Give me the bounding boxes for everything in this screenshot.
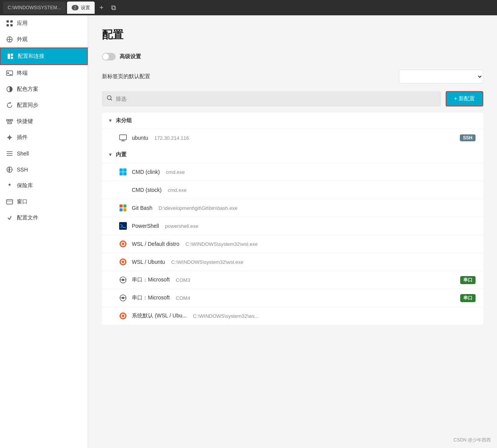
- profile-name-gitbash: Git Bash: [132, 205, 153, 211]
- shortcut-icon: [6, 118, 13, 125]
- profile-row-gitbash[interactable]: Git Bash D:\development\git\Git\bin\bash…: [102, 199, 483, 217]
- profile-path-cmd-stock: cmd.exe: [168, 187, 187, 193]
- profile-row-ubuntu[interactable]: ubuntu 172.30.214.116 SSH: [102, 129, 483, 147]
- svg-rect-22: [123, 172, 127, 176]
- svg-rect-3: [10, 24, 13, 26]
- watermark: CSDN @少年西西: [453, 437, 491, 443]
- tab-1[interactable]: C:\WINDOWS\SYSTEM...: [3, 2, 66, 14]
- content-area: 配置 高级设置 新标签页的默认配置 + 新配置: [88, 15, 497, 448]
- sidebar-item-window[interactable]: 窗口: [0, 194, 88, 210]
- profile-name-serial-com4: 串口：Microsoft: [132, 294, 170, 301]
- main-layout: 应用 外观 配置和连接 终端 配色方案: [0, 15, 497, 448]
- serial-icon-com4: [119, 294, 127, 302]
- svg-rect-7: [11, 57, 13, 59]
- profile-name-cmd-clink: CMD (clink): [132, 169, 160, 175]
- svg-rect-1: [10, 20, 13, 23]
- sidebar-item-config-sync-label: 配置同步: [17, 102, 38, 109]
- new-config-button[interactable]: + 新配置: [446, 91, 483, 106]
- group-header-ungrouped[interactable]: ▼ 未分组: [102, 113, 483, 129]
- profile-row-wsl-default[interactable]: WSL / Default distro C:\WINDOWS\system32…: [102, 235, 483, 253]
- sidebar-item-apps-label: 应用: [17, 20, 28, 27]
- svg-point-37: [122, 315, 124, 317]
- badge-ssh-ubuntu: SSH: [460, 134, 476, 141]
- profile-path-powershell: powershell.exe: [165, 223, 198, 229]
- sidebar-item-terminal[interactable]: 终端: [0, 65, 88, 81]
- svg-rect-11: [9, 119, 10, 121]
- profile-list: ▼ 未分组 ubuntu 172.30.214.116 SSH ▼ 内置: [102, 113, 483, 325]
- chevron-down-icon-builtin: ▼: [108, 152, 113, 157]
- gitbash-icon: [119, 204, 127, 212]
- svg-rect-16: [7, 199, 13, 204]
- sidebar-item-plugins-label: 插件: [17, 134, 28, 141]
- search-input[interactable]: [116, 96, 436, 102]
- sidebar-item-shell[interactable]: Shell: [0, 146, 88, 162]
- search-box: [102, 91, 441, 106]
- copy-tab-button[interactable]: ⧉: [108, 2, 119, 13]
- sidebar-item-window-label: 窗口: [17, 198, 28, 205]
- sidebar-item-vault[interactable]: 保险库: [0, 178, 88, 194]
- sidebar: 应用 外观 配置和连接 终端 配色方案: [0, 15, 88, 448]
- tab-bar: C:\WINDOWS\SYSTEM... 2 设置 + ⧉: [0, 0, 497, 15]
- tab-1-label: C:\WINDOWS\SYSTEM...: [8, 5, 61, 10]
- svg-rect-12: [11, 119, 13, 121]
- sync-icon: [6, 102, 13, 109]
- powershell-icon: [119, 222, 127, 230]
- tab-2-label: 设置: [81, 5, 90, 11]
- profile-name-wsl-default: WSL / Default distro: [132, 241, 179, 247]
- serial-icon-com3: [119, 276, 127, 284]
- profile-row-cmd-stock[interactable]: CMD (stock) cmd.exe: [102, 181, 483, 199]
- profile-row-wsl-ubuntu[interactable]: WSL / Ubuntu C:\WINDOWS\system32\wsl.exe: [102, 253, 483, 271]
- svg-rect-5: [8, 54, 10, 59]
- sidebar-item-plugins[interactable]: 插件: [0, 129, 88, 146]
- terminal-icon: [6, 70, 13, 77]
- badge-serial-com3: 串口: [460, 276, 476, 284]
- sidebar-item-ssh[interactable]: SSH: [0, 162, 88, 178]
- sidebar-item-terminal-label: 终端: [17, 70, 28, 77]
- app-icon: [6, 20, 13, 27]
- shell-icon: [6, 150, 13, 157]
- default-profile-label: 新标签页的默认配置: [102, 73, 150, 80]
- sidebar-item-color-scheme[interactable]: 配色方案: [0, 81, 88, 97]
- cmd-stock-icon: [119, 186, 127, 194]
- profile-path-gitbash: D:\development\git\Git\bin\bash.exe: [159, 205, 238, 211]
- tab-2-number: 2: [72, 5, 79, 10]
- profile-name-serial-com3: 串口：Microsoft: [132, 276, 170, 283]
- sidebar-item-shortcuts[interactable]: 快捷键: [0, 113, 88, 129]
- badge-serial-com4: 串口: [460, 294, 476, 302]
- profile-path-wsl-default: C:\WINDOWS\system32\wsl.exe: [185, 241, 258, 247]
- tab-2[interactable]: 2 设置: [67, 2, 95, 14]
- add-tab-button[interactable]: +: [96, 2, 107, 13]
- profile-path-serial-com3: COM3: [176, 277, 190, 283]
- ubuntu-icon-wsl-ubuntu: [119, 258, 127, 266]
- group-label-ungrouped: 未分组: [116, 117, 132, 124]
- sidebar-item-config-connect-label: 配置和连接: [18, 53, 44, 60]
- profile-row-cmd-clink[interactable]: CMD (clink) cmd.exe: [102, 163, 483, 181]
- profile-row-sys-default[interactable]: 系统默认 (WSL / Ubu... C:\WINDOWS\system32\w…: [102, 307, 483, 325]
- sidebar-item-appearance[interactable]: 外观: [0, 31, 88, 47]
- sidebar-item-color-scheme-label: 配色方案: [17, 86, 38, 93]
- default-profile-select[interactable]: [399, 70, 483, 83]
- sidebar-item-appearance-label: 外观: [17, 36, 28, 43]
- search-icon: [107, 95, 113, 103]
- profile-path-cmd-clink: cmd.exe: [166, 169, 185, 175]
- group-header-builtin[interactable]: ▼ 内置: [102, 147, 483, 163]
- profile-row-serial-com3[interactable]: 串口：Microsoft COM3 串口: [102, 271, 483, 289]
- svg-rect-20: [123, 168, 127, 172]
- profile-name-powershell: PowerShell: [132, 223, 159, 229]
- profile-path-ubuntu: 172.30.214.116: [154, 135, 189, 141]
- profile-name-sys-default: 系统默认 (WSL / Ubu...: [132, 312, 187, 319]
- profile-row-powershell[interactable]: PowerShell powershell.exe: [102, 217, 483, 235]
- advanced-toggle-switch[interactable]: [102, 53, 116, 60]
- sidebar-item-apps[interactable]: 应用: [0, 15, 88, 31]
- profile-row-serial-com4[interactable]: 串口：Microsoft COM4 串口: [102, 289, 483, 307]
- advanced-toggle-label: 高级设置: [120, 53, 141, 60]
- sidebar-item-config-connect[interactable]: 配置和连接: [0, 47, 88, 65]
- svg-rect-13: [8, 122, 11, 124]
- sidebar-item-config-sync[interactable]: 配置同步: [0, 97, 88, 113]
- advanced-settings-toggle: 高级设置: [102, 53, 483, 60]
- vault-icon: [6, 182, 13, 189]
- sidebar-item-config-file[interactable]: 配置文件: [0, 210, 88, 226]
- monitor-icon: [119, 134, 127, 142]
- svg-rect-10: [7, 119, 8, 121]
- chevron-down-icon: ▼: [108, 118, 113, 123]
